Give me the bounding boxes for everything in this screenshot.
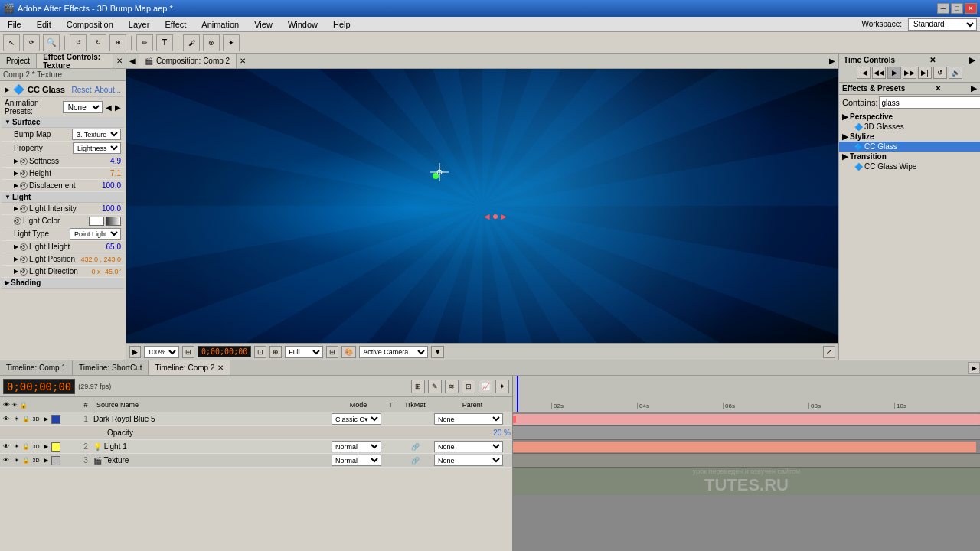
effect-3d-glasses[interactable]: 🔷 3D Glasses xyxy=(839,122,980,132)
mask-btn[interactable]: ⊕ xyxy=(270,346,282,358)
layer-2-parent-dropdown[interactable]: None xyxy=(434,441,503,452)
tab-comp2[interactable]: 🎬 Composition: Comp 2 xyxy=(139,54,237,68)
layer-3-expand[interactable]: ▶ xyxy=(41,456,51,465)
timecode-display[interactable]: 0;00;00;00 xyxy=(198,346,251,357)
maximize-button[interactable]: □ xyxy=(951,3,963,14)
quality-dropdown[interactable]: Full xyxy=(285,346,323,358)
zoom-dropdown[interactable]: 100% xyxy=(144,346,179,358)
layer-2-solo[interactable]: ☀ xyxy=(11,442,21,452)
effect-cc-glass-wipe[interactable]: 🔷 CC Glass Wipe xyxy=(839,161,980,171)
view-options-btn[interactable]: ▼ xyxy=(431,346,444,358)
layer-2-color[interactable] xyxy=(51,442,60,452)
go-last-btn[interactable]: ▶| xyxy=(918,67,932,79)
ldir-stopwatch[interactable]: ⏱ xyxy=(20,268,28,276)
tab-timeline-comp2[interactable]: Timeline: Comp 2 ✕ xyxy=(149,360,230,375)
layer-3-parent-dropdown[interactable]: None xyxy=(434,455,503,466)
layer-3-eye[interactable]: 👁 xyxy=(2,456,11,465)
effects-presets-expand[interactable]: ▶ xyxy=(971,84,977,93)
layer-3-3d[interactable]: 3D xyxy=(31,456,41,465)
play-btn[interactable]: ▶ xyxy=(887,67,901,79)
transparency-btn[interactable]: 🎨 xyxy=(341,346,356,358)
light-direction-value[interactable]: 0 x -45.0° xyxy=(91,268,121,276)
lpos-stopwatch[interactable]: ⏱ xyxy=(20,256,28,263)
height-value[interactable]: 7.1 xyxy=(110,169,121,178)
effects-search-input[interactable] xyxy=(879,96,980,109)
layer-2-expand[interactable]: ▶ xyxy=(41,442,51,452)
workspace-dropdown[interactable]: Standard xyxy=(908,18,977,31)
menu-file[interactable]: File xyxy=(3,19,26,30)
menu-window[interactable]: Window xyxy=(283,19,322,30)
text-tool[interactable]: T xyxy=(156,34,173,51)
menu-view[interactable]: View xyxy=(250,19,277,30)
layer-1-expand[interactable]: ▶ xyxy=(41,415,51,424)
snap-btn[interactable]: ⊡ xyxy=(254,346,266,358)
pen-tool[interactable]: ✏ xyxy=(136,34,153,51)
motion-blur-btn[interactable]: ≋ xyxy=(445,380,459,393)
prev-frame-btn[interactable]: ◀◀ xyxy=(872,67,886,79)
minimize-button[interactable]: ─ xyxy=(937,3,949,14)
intensity-expand[interactable]: ▶ xyxy=(14,205,18,212)
height-stopwatch[interactable]: ⏱ xyxy=(20,170,28,178)
light-position-value[interactable]: 432.0 , 243.0 xyxy=(80,256,121,263)
zoom-tool[interactable]: 🔍 xyxy=(43,34,60,51)
puppet-tool[interactable]: ✦ xyxy=(223,34,240,51)
effect-reset-btn[interactable]: Reset xyxy=(71,86,91,94)
paint-tool[interactable]: 🖌 xyxy=(183,34,200,51)
comp-viewer[interactable]: ◄ ► xyxy=(126,69,838,343)
layer-1-color[interactable] xyxy=(51,415,60,424)
menu-animation[interactable]: Animation xyxy=(197,19,243,30)
light-height-value[interactable]: 65.0 xyxy=(106,243,121,251)
ldir-expand[interactable]: ▶ xyxy=(14,268,18,275)
timeline-timecode[interactable]: 0;00;00;00 xyxy=(3,379,75,394)
comp-tab-close[interactable]: ✕ xyxy=(237,57,249,65)
go-first-btn[interactable]: |◀ xyxy=(857,67,871,79)
softness-stopwatch[interactable]: ⏱ xyxy=(20,158,28,165)
layer-1-lock[interactable]: 🔒 xyxy=(21,415,31,424)
layer-1-eye[interactable]: 👁 xyxy=(2,415,11,424)
effect-toggle[interactable]: ▶ xyxy=(5,86,10,93)
layer-3-color[interactable] xyxy=(51,456,60,465)
layer-2-eye[interactable]: 👁 xyxy=(2,442,11,452)
bump-map-dropdown[interactable]: 3. Texture xyxy=(72,129,121,140)
height-expand[interactable]: ▶ xyxy=(14,170,18,177)
layer-1-parent-dropdown[interactable]: None xyxy=(434,413,503,425)
light-group-header[interactable]: ▼ Light xyxy=(2,192,124,203)
surface-group-header[interactable]: ▼ Surface xyxy=(2,117,124,128)
softness-expand[interactable]: ▶ xyxy=(14,158,18,165)
draft-btn[interactable]: ✎ xyxy=(428,380,442,393)
effect-cc-glass[interactable]: 🔷 CC Glass xyxy=(839,142,980,152)
tab-timeline-comp1[interactable]: Timeline: Comp 1 xyxy=(0,360,73,375)
fullscreen-btn[interactable]: ⤢ xyxy=(823,346,835,358)
layer-3-solo[interactable]: ☀ xyxy=(11,456,21,465)
layer-2-mode-dropdown[interactable]: Normal xyxy=(332,441,381,452)
timeline-tab-close[interactable]: ✕ xyxy=(217,364,224,372)
perspective-category[interactable]: ▶ Perspective xyxy=(839,112,980,122)
orbit-tool[interactable]: ⟳ xyxy=(23,34,40,51)
transition-category[interactable]: ▶ Transition xyxy=(839,152,980,161)
effects-presets-close[interactable]: ✕ xyxy=(935,84,941,93)
resize-btn[interactable]: ⊞ xyxy=(182,346,194,358)
layer-1-3d[interactable]: 3D xyxy=(31,415,41,424)
color-stopwatch[interactable]: ⏱ xyxy=(14,217,21,225)
prev-preset-btn[interactable]: ◀ xyxy=(106,103,112,112)
layer-1-solo[interactable]: ☀ xyxy=(11,415,21,424)
rotate-tool[interactable]: ↺ xyxy=(70,34,87,51)
displacement-value[interactable]: 100.0 xyxy=(102,181,121,190)
stylize-category[interactable]: ▶ Stylize xyxy=(839,132,980,142)
light-intensity-value[interactable]: 100.0 xyxy=(102,204,121,213)
view-dropdown[interactable]: Active Camera xyxy=(359,346,428,358)
select-tool[interactable]: ↖ xyxy=(3,34,20,51)
layer-3-lock[interactable]: 🔒 xyxy=(21,456,31,465)
lpos-expand[interactable]: ▶ xyxy=(14,256,18,262)
stamp-tool[interactable]: ⊗ xyxy=(203,34,220,51)
panel-close-btn[interactable]: ✕ xyxy=(113,57,126,65)
displacement-expand[interactable]: ▶ xyxy=(14,182,18,189)
layer-2-lock[interactable]: 🔒 xyxy=(21,442,31,452)
audio-btn[interactable]: 🔊 xyxy=(949,67,962,79)
light-type-dropdown[interactable]: Point Light xyxy=(70,228,121,240)
time-controls-close[interactable]: ✕ xyxy=(929,56,936,64)
solo-btn[interactable]: ✦ xyxy=(495,380,509,393)
anchor-tool[interactable]: ⊕ xyxy=(109,34,126,51)
tab-effect-controls[interactable]: Effect Controls: Texture xyxy=(37,54,113,68)
close-button[interactable]: ✕ xyxy=(965,3,977,14)
